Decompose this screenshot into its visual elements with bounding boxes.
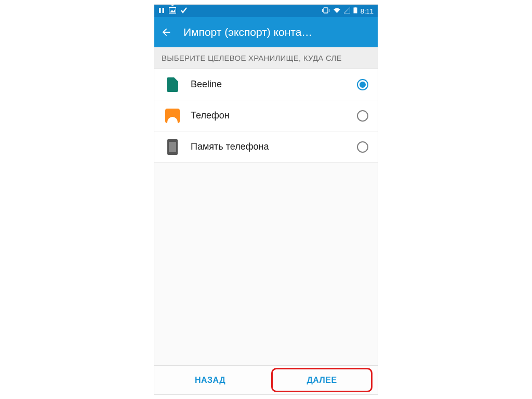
check-icon: [180, 7, 188, 16]
storage-option-label: Память телефона: [183, 141, 357, 152]
next-nav-label: ДАЛЕЕ: [307, 376, 337, 385]
content-spacer: [154, 163, 378, 365]
svg-rect-4: [324, 8, 328, 13]
signal-icon: [344, 7, 350, 15]
storage-option-label: Телефон: [183, 110, 357, 121]
wifi-icon: [333, 7, 341, 15]
svg-rect-7: [354, 7, 356, 8]
back-nav-label: НАЗАД: [195, 376, 225, 385]
status-left-icons: [158, 7, 188, 16]
storage-option-phone[interactable]: Телефон: [154, 100, 378, 131]
image-icon: [169, 7, 176, 15]
radio-selected-icon: [357, 79, 368, 90]
svg-marker-3: [170, 9, 175, 12]
vibrate-icon: [322, 7, 330, 15]
storage-list: Beeline Телефон Память телефона: [154, 69, 378, 163]
svg-rect-0: [159, 8, 161, 13]
svg-rect-1: [163, 8, 165, 13]
app-bar: Импорт (экспорт) конта…: [154, 17, 378, 47]
status-time: 8:11: [361, 7, 374, 15]
status-bar: 8:11: [154, 5, 378, 17]
phone-storage-icon: [162, 139, 183, 155]
bottom-bar: НАЗАД ДАЛЕЕ: [154, 365, 378, 394]
next-nav-button[interactable]: ДАЛЕЕ: [266, 366, 378, 394]
back-button[interactable]: [161, 26, 172, 38]
storage-option-label: Beeline: [183, 79, 357, 90]
battery-icon: [353, 7, 357, 15]
sim-icon: [162, 77, 183, 92]
svg-rect-8: [353, 8, 357, 14]
storage-option-beeline[interactable]: Beeline: [154, 69, 378, 100]
radio-unselected-icon: [357, 110, 368, 122]
page-title: Импорт (экспорт) конта…: [183, 26, 312, 38]
status-right-icons: 8:11: [322, 7, 374, 15]
contact-icon: [162, 109, 183, 123]
device-frame: 8:11 Импорт (экспорт) конта… ВЫБЕРИТЕ ЦЕ…: [154, 4, 378, 395]
arrow-left-icon: [161, 26, 172, 38]
radio-unselected-icon: [357, 141, 368, 153]
pause-icon: [158, 7, 165, 15]
back-nav-button[interactable]: НАЗАД: [154, 366, 266, 394]
section-header: ВЫБЕРИТЕ ЦЕЛЕВОЕ ХРАНИЛИЩЕ, КУДА СЛЕ: [154, 47, 378, 69]
storage-option-phone-memory[interactable]: Память телефона: [154, 131, 378, 163]
